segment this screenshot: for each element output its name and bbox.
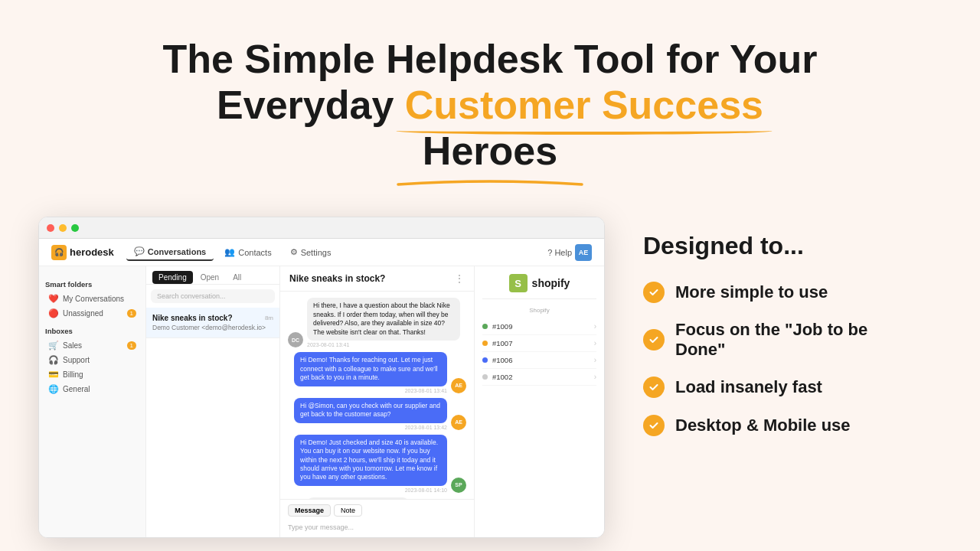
conv-item-nike[interactable]: Nike sneaks in stock? 8m Demo Customer <… bbox=[146, 308, 279, 338]
order-chevron-1009: › bbox=[594, 322, 596, 331]
right-panel: Designed to... More simple to use Focus … bbox=[635, 217, 942, 436]
order-1006[interactable]: #1006 › bbox=[482, 352, 596, 369]
main-title: The Simple Helpdesk Tool for Your Everyd… bbox=[161, 37, 819, 174]
footer-tab-message[interactable]: Message bbox=[288, 504, 331, 517]
order-chevron-1007: › bbox=[594, 339, 596, 347]
shopify-header: S shopify bbox=[482, 274, 596, 299]
check-icon-job bbox=[643, 329, 665, 350]
order-dot-1007 bbox=[482, 341, 488, 346]
order-id-1006: #1006 bbox=[492, 356, 512, 364]
feature-list: More simple to use Focus on the "Job to … bbox=[643, 282, 919, 436]
nav-tab-contacts[interactable]: 👥 Contacts bbox=[217, 244, 279, 260]
close-dot bbox=[47, 224, 54, 232]
sales-badge: 1 bbox=[127, 341, 136, 350]
bubble-4: Hi Demo! Just checked and size 40 is ava… bbox=[294, 435, 447, 486]
shopify-panel: S shopify Shopify #1009 › #1007 › bbox=[474, 266, 604, 538]
timestamp-4: 2023-08-01 14:10 bbox=[294, 487, 447, 493]
sidebar-item-billing[interactable]: 💳 Billing bbox=[45, 367, 139, 382]
conv-tab-open[interactable]: Open bbox=[194, 271, 225, 284]
content-area: 🎧 herodesk 💬 Conversations 👥 Contacts ⚙ … bbox=[0, 209, 980, 538]
check-icon-fast bbox=[643, 377, 665, 398]
sidebar-item-sales[interactable]: 🛒 Sales 1 bbox=[45, 338, 139, 353]
unassigned-badge: 1 bbox=[127, 309, 136, 318]
conv-tab-pending[interactable]: Pending bbox=[152, 271, 193, 284]
footer-tab-note[interactable]: Note bbox=[334, 504, 362, 517]
conv-search[interactable]: Search conversation... bbox=[151, 289, 275, 303]
avatar-ae-2: AE bbox=[451, 378, 466, 393]
shopify-name: shopify bbox=[532, 277, 570, 289]
smart-folders-title: Smart folders bbox=[45, 280, 139, 289]
order-1009[interactable]: #1009 › bbox=[482, 318, 596, 335]
feature-text-job: Focus on the "Job to be Done" bbox=[675, 320, 919, 360]
check-icon-mobile bbox=[643, 415, 665, 436]
chat-messages: DC Hi there, I have a question about the… bbox=[280, 292, 474, 499]
feature-fast: Load insanely fast bbox=[643, 377, 919, 398]
sidebar-item-unassigned[interactable]: 🔴 Unassigned 1 bbox=[45, 306, 139, 321]
underline-arc bbox=[161, 177, 819, 191]
avatar-dc-1: DC bbox=[288, 332, 303, 347]
timestamp-3: 2023-08-01 13:42 bbox=[294, 425, 447, 430]
app-logo: 🎧 herodesk bbox=[51, 245, 114, 260]
avatar-ae-3: AE bbox=[451, 415, 466, 430]
chat-input[interactable]: Type your message... bbox=[288, 520, 466, 534]
shopify-icon: S bbox=[509, 274, 528, 292]
message-4: SP Hi Demo! Just checked and size 40 is … bbox=[288, 435, 466, 493]
order-id-1009: #1009 bbox=[492, 322, 512, 331]
nav-help: ? Help bbox=[547, 248, 572, 257]
chat-area: Nike sneaks in stock? ⋮ DC Hi there, I h… bbox=[280, 266, 474, 538]
order-1002[interactable]: #1002 › bbox=[482, 369, 596, 386]
feature-job: Focus on the "Job to be Done" bbox=[643, 320, 919, 360]
sidebar-item-support[interactable]: 🎧 Support bbox=[45, 353, 139, 367]
conversation-list: Pending Open All Search conversation... … bbox=[146, 266, 280, 538]
title-line2: Everyday Customer Success Heroes bbox=[217, 83, 763, 173]
window-chrome bbox=[39, 217, 604, 239]
shopify-logo: S shopify bbox=[482, 274, 596, 292]
order-1007[interactable]: #1007 › bbox=[482, 335, 596, 352]
chat-footer-tabs: Message Note bbox=[288, 504, 466, 517]
feature-text-fast: Load insanely fast bbox=[675, 377, 822, 397]
order-id-1002: #1002 bbox=[492, 373, 512, 381]
feature-text-simple: More simple to use bbox=[675, 282, 828, 302]
chat-more-icon[interactable]: ⋮ bbox=[454, 272, 465, 285]
sidebar-item-general[interactable]: 🌐 General bbox=[45, 382, 139, 396]
bubble-1: Hi there, I have a question about the bl… bbox=[307, 298, 460, 341]
chat-header: Nike sneaks in stock? ⋮ bbox=[280, 266, 474, 292]
bubble-3: Hi @Simon, can you check with our suppli… bbox=[294, 398, 447, 423]
nav-avatar: AE bbox=[575, 244, 592, 261]
title-highlight: Customer Success bbox=[405, 83, 763, 129]
minimize-dot bbox=[59, 224, 67, 232]
feature-mobile: Desktop & Mobile use bbox=[643, 415, 919, 436]
message-3: AE Hi @Simon, can you check with our sup… bbox=[288, 398, 466, 430]
order-id-1007: #1007 bbox=[492, 339, 512, 347]
expand-dot bbox=[71, 224, 79, 232]
conv-tab-all[interactable]: All bbox=[227, 271, 247, 284]
nav-tab-conversations[interactable]: 💬 Conversations bbox=[126, 243, 214, 261]
nav-tab-settings[interactable]: ⚙ Settings bbox=[283, 244, 339, 260]
order-chevron-1002: › bbox=[594, 373, 596, 381]
chat-title: Nike sneaks in stock? bbox=[289, 273, 385, 284]
check-icon-simple bbox=[643, 282, 665, 303]
order-dot-1002 bbox=[482, 374, 488, 380]
sidebar-item-my-conversations[interactable]: ❤️ My Conversations bbox=[45, 292, 139, 306]
logo-icon: 🎧 bbox=[51, 245, 67, 260]
logo-text: herodesk bbox=[70, 246, 114, 258]
order-dot-1009 bbox=[482, 324, 488, 329]
chat-footer: Message Note Type your message... bbox=[280, 499, 474, 538]
message-2: AE Hi Demo! Thanks for reaching out. Let… bbox=[288, 352, 466, 393]
inboxes-title: Inboxes bbox=[45, 327, 139, 335]
app-screenshot: 🎧 herodesk 💬 Conversations 👥 Contacts ⚙ … bbox=[38, 217, 605, 538]
app-navbar: 🎧 herodesk 💬 Conversations 👥 Contacts ⚙ … bbox=[39, 239, 604, 266]
header-section: The Simple Helpdesk Tool for Your Everyd… bbox=[145, 0, 835, 209]
timestamp-2: 2023-08-01 13:41 bbox=[294, 388, 447, 393]
order-dot-1006 bbox=[482, 357, 488, 363]
shopify-label: Shopify bbox=[482, 307, 596, 314]
message-1: DC Hi there, I have a question about the… bbox=[288, 298, 466, 347]
avatar-sp: SP bbox=[451, 478, 466, 493]
app-sidebar: Smart folders ❤️ My Conversations 🔴 Unas… bbox=[39, 266, 146, 538]
designed-title: Designed to... bbox=[643, 232, 919, 260]
feature-text-mobile: Desktop & Mobile use bbox=[675, 416, 851, 435]
order-chevron-1006: › bbox=[594, 356, 596, 364]
conv-tabs: Pending Open All bbox=[146, 266, 279, 285]
timestamp-1: 2023-08-01 13:41 bbox=[307, 342, 460, 347]
bubble-2: Hi Demo! Thanks for reaching out. Let me… bbox=[294, 352, 447, 386]
